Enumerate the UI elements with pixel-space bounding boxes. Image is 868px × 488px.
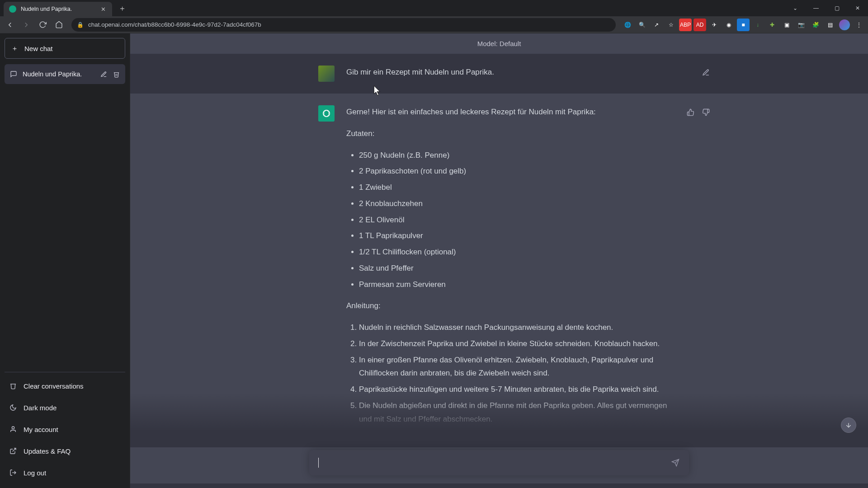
steps-header: Anleitung: [346, 299, 680, 313]
maximize-button[interactable]: ▢ [826, 0, 847, 16]
ingredients-header: Zutaten: [346, 127, 680, 141]
extension-icon[interactable]: AD [693, 19, 706, 31]
list-item: 2 EL Olivenöl [359, 213, 680, 227]
extension-icon[interactable]: ■ [737, 19, 750, 31]
list-item: Parmesan zum Servieren [359, 278, 680, 291]
translate-icon[interactable]: 🌐 [621, 19, 634, 31]
new-chat-label: New chat [24, 45, 53, 52]
back-button[interactable] [3, 18, 17, 32]
list-item: In einer großen Pfanne das Olivenöl erhi… [359, 353, 680, 380]
thumbs-down-button[interactable] [700, 106, 712, 118]
user-message: Gib mir ein Rezept mit Nudeln und Paprik… [130, 54, 868, 94]
extension-icon[interactable]: ✚ [766, 19, 778, 31]
logout-icon [9, 469, 17, 477]
extension-icon[interactable]: ▣ [780, 19, 793, 31]
window-controls: ⌄ ― ▢ ✕ [785, 0, 868, 16]
forward-button[interactable] [19, 18, 33, 32]
close-tab-button[interactable]: ✕ [99, 5, 107, 13]
list-item: Salz und Pfeffer [359, 262, 680, 275]
send-button[interactable] [668, 455, 683, 470]
new-chat-button[interactable]: ＋ New chat [5, 38, 125, 59]
model-header: Model: Default [130, 33, 868, 54]
thumbs-up-button[interactable] [684, 106, 696, 118]
share-icon[interactable]: ↗ [650, 19, 663, 31]
sidepanel-icon[interactable]: ▤ [824, 19, 836, 31]
scroll-to-bottom-button[interactable] [841, 418, 856, 433]
extension-icon[interactable]: ◉ [722, 19, 735, 31]
address-bar[interactable]: 🔒 chat.openai.com/chat/b88cc6b0-6998-4e9… [71, 18, 616, 32]
assistant-message: Gerne! Hier ist ein einfaches und lecker… [130, 94, 868, 483]
edit-icon[interactable] [100, 70, 107, 78]
updates-faq-button[interactable]: Updates & FAQ [5, 440, 125, 462]
clear-conversations-label: Clear conversations [24, 382, 84, 390]
list-item: 250 g Nudeln (z.B. Penne) [359, 149, 680, 162]
edit-message-button[interactable] [700, 66, 712, 78]
lock-icon: 🔒 [77, 22, 84, 28]
zoom-icon[interactable]: 🔍 [636, 19, 648, 31]
bookmark-icon[interactable]: ☆ [665, 19, 677, 31]
message-composer[interactable] [309, 450, 689, 475]
ingredients-list: 250 g Nudeln (z.B. Penne) 2 Paprikaschot… [346, 149, 680, 291]
chevron-down-icon[interactable]: ⌄ [785, 0, 806, 16]
model-label: Model: Default [477, 40, 521, 47]
trash-icon[interactable] [113, 70, 120, 78]
trash-icon [9, 382, 17, 390]
updates-faq-label: Updates & FAQ [24, 447, 71, 455]
svg-point-0 [12, 427, 14, 429]
assistant-avatar [318, 105, 335, 122]
extensions-menu-icon[interactable]: 🧩 [809, 19, 822, 31]
logout-button[interactable]: Log out [5, 462, 125, 483]
my-account-label: My account [24, 426, 58, 433]
browser-menu-button[interactable]: ⋮ [853, 19, 865, 31]
assistant-intro: Gerne! Hier ist ein einfaches und lecker… [346, 105, 680, 119]
external-link-icon [9, 447, 17, 455]
chat-main: Model: Default Gib mir ein Rezept mit Nu… [130, 33, 868, 488]
list-item: 2 Knoblauchzehen [359, 197, 680, 211]
tab-title: Nudeln und Paprika. [21, 6, 95, 12]
profile-avatar[interactable] [838, 19, 851, 31]
user-avatar [318, 66, 335, 82]
plus-icon: ＋ [11, 44, 18, 53]
list-item: Paprikastücke hinzufügen und weitere 5-7… [359, 383, 680, 396]
sidebar: ＋ New chat Nudeln und Paprika. [0, 33, 130, 488]
browser-tab[interactable]: Nudeln und Paprika. ✕ [4, 2, 112, 16]
extension-icon[interactable]: ABP [679, 19, 692, 31]
list-item: 1/2 TL Chiliflocken (optional) [359, 245, 680, 259]
browser-toolbar: 🔒 chat.openai.com/chat/b88cc6b0-6998-4e9… [0, 16, 868, 33]
extension-icon[interactable]: ↓ [751, 19, 764, 31]
url-text: chat.openai.com/chat/b88cc6b0-6998-4e9c-… [88, 21, 261, 28]
dark-mode-label: Dark mode [24, 404, 57, 412]
message-input[interactable] [319, 459, 668, 467]
window-titlebar: Nudeln und Paprika. ✕ ＋ ⌄ ― ▢ ✕ [0, 0, 868, 16]
close-window-button[interactable]: ✕ [847, 0, 868, 16]
extension-icon[interactable]: 📷 [795, 19, 807, 31]
list-item: Nudeln in reichlich Salzwasser nach Pack… [359, 321, 680, 334]
conversation-title: Nudeln und Paprika. [23, 70, 82, 78]
steps-list: Nudeln in reichlich Salzwasser nach Pack… [346, 321, 680, 442]
my-account-button[interactable]: My account [5, 418, 125, 440]
home-button[interactable] [52, 18, 66, 32]
reload-button[interactable] [35, 18, 50, 32]
list-item: 1 TL Paprikapulver [359, 229, 680, 243]
list-item: 1 Zwiebel [359, 181, 680, 194]
moon-icon [9, 404, 17, 412]
new-tab-button[interactable]: ＋ [116, 2, 128, 14]
favicon-icon [9, 5, 16, 13]
logout-label: Log out [24, 469, 46, 477]
user-icon [9, 425, 17, 433]
clear-conversations-button[interactable]: Clear conversations [5, 375, 125, 397]
extension-icon[interactable]: ✈ [708, 19, 721, 31]
chat-icon [10, 70, 17, 78]
list-item: In der Zwischenzeit Paprika und Zwiebel … [359, 337, 680, 351]
dark-mode-button[interactable]: Dark mode [5, 397, 125, 418]
user-message-text: Gib mir ein Rezept mit Nudeln und Paprik… [346, 68, 494, 76]
message-thread: Gib mir ein Rezept mit Nudeln und Paprik… [130, 54, 868, 488]
list-item: 2 Paprikaschoten (rot und gelb) [359, 164, 680, 178]
minimize-button[interactable]: ― [806, 0, 826, 16]
conversation-item[interactable]: Nudeln und Paprika. [5, 64, 125, 84]
svg-line-1 [13, 448, 16, 451]
list-item: Mit Parmesan bestreut servieren. [359, 428, 680, 442]
list-item: Die Nudeln abgießen und direkt in die Pf… [359, 399, 680, 426]
